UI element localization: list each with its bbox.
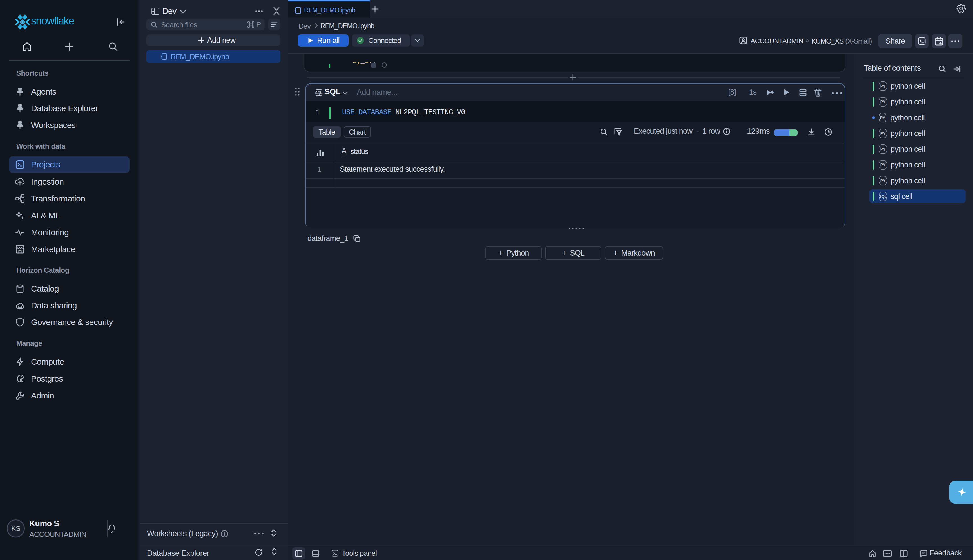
svg-text:SQL: SQL (315, 91, 323, 95)
